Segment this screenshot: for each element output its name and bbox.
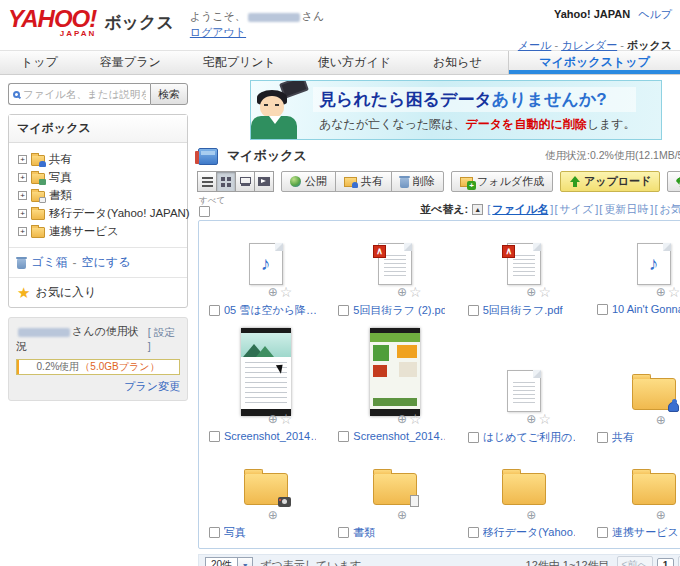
expand-plus-icon[interactable]: + (18, 209, 27, 218)
grid-view-button[interactable] (216, 171, 236, 192)
file-name[interactable]: 5回目街ラフ (2).pdf (353, 303, 445, 318)
tree-label[interactable]: 共有 (49, 152, 72, 167)
favorite-star-icon[interactable]: ☆ (280, 412, 293, 426)
search-button[interactable]: 検索 (150, 83, 188, 105)
plan-change-link[interactable]: プラン変更 (124, 380, 180, 392)
tree-label[interactable]: 移行データ(Yahoo! JAPAN) (49, 206, 190, 221)
file-name[interactable]: Screenshot_2014… (353, 430, 445, 442)
favorite-star-icon[interactable]: ☆ (409, 412, 422, 426)
folder-checkbox[interactable] (597, 432, 608, 443)
nav-item-guide[interactable]: 使い方ガイド (297, 51, 412, 74)
file-name[interactable]: 05 雪は空から降… (224, 303, 316, 318)
nav-item-news[interactable]: お知らせ (412, 51, 503, 74)
logout-link[interactable]: ログアウト (190, 26, 246, 38)
delete-button[interactable]: 削除 (391, 171, 444, 192)
thumbnail-view-button[interactable] (235, 171, 255, 192)
create-folder-button[interactable]: フォルダ作成 (451, 171, 553, 192)
sort-option-label[interactable]: サイズ (559, 203, 593, 215)
tree-item-shared[interactable]: + 共有 (18, 150, 183, 168)
upload-button[interactable]: アップロード (560, 171, 660, 192)
tree-label[interactable]: 写真 (49, 170, 72, 185)
calendar-link[interactable]: カレンダー (561, 39, 617, 51)
folder-name[interactable]: 書類 (353, 525, 375, 540)
folder-name[interactable]: 写真 (224, 525, 246, 540)
help-link[interactable]: ヘルプ (638, 8, 672, 20)
expand-plus-icon[interactable]: + (18, 173, 27, 182)
folder-checkbox[interactable] (597, 527, 608, 538)
sort-by-filename[interactable]: [ファイル名] (487, 202, 553, 217)
tree-item-services[interactable]: + 連携サービス (18, 222, 183, 240)
tree-label[interactable]: 書類 (49, 188, 72, 203)
search-input[interactable] (23, 88, 146, 100)
ad-banner[interactable]: 見られたら困るデータありませんか? あなたが亡くなった際は、データを自動的に削除… (250, 80, 662, 140)
sort-by-size[interactable]: [サイズ] (554, 202, 598, 217)
sort-by-favorite[interactable]: [お気に入り] (654, 202, 680, 217)
favorite-star-icon[interactable]: ☆ (538, 412, 551, 426)
shared-folder-icon[interactable] (632, 378, 676, 410)
pdf-file-icon[interactable]: ∧ (507, 243, 541, 285)
tab-mybox-top[interactable]: マイボックストップ (508, 51, 680, 74)
favorites-row[interactable]: ★ お気に入り (9, 278, 187, 307)
sort-option-label[interactable]: 更新日時 (604, 203, 648, 215)
usage-settings-link[interactable]: [ 設定 ] (148, 326, 180, 352)
music-file-icon[interactable]: ♪ (249, 243, 283, 285)
favorite-star-icon[interactable]: ☆ (538, 285, 551, 299)
file-checkbox[interactable] (209, 431, 220, 442)
folder-icon[interactable] (502, 473, 546, 505)
file-checkbox[interactable] (209, 305, 220, 316)
file-name[interactable]: 5回目街ラフ.pdf (483, 303, 563, 318)
expand-plus-icon[interactable]: + (18, 155, 27, 164)
folder-name[interactable]: 連携サービス (612, 525, 679, 540)
per-page-value[interactable]: 20件 (205, 557, 238, 566)
pdf-file-icon[interactable]: ∧ (378, 243, 412, 285)
text-file-icon[interactable] (507, 370, 541, 412)
file-checkbox[interactable] (338, 431, 349, 442)
doc-folder-icon[interactable] (373, 473, 417, 505)
empty-trash-link[interactable]: 空にする (82, 254, 131, 271)
file-name[interactable]: Screenshot_2014… (224, 430, 316, 442)
favorite-star-icon[interactable]: ☆ (409, 285, 422, 299)
media-view-button[interactable] (254, 171, 274, 192)
folder-name[interactable]: 共有 (612, 430, 634, 445)
file-checkbox[interactable] (338, 305, 349, 316)
favorites-label[interactable]: お気に入り (35, 284, 96, 301)
screenshot-thumbnail[interactable] (370, 328, 420, 416)
file-name[interactable]: はじめてご利用の… (483, 430, 575, 445)
favorite-star-icon[interactable]: ☆ (280, 285, 293, 299)
nav-item-top[interactable]: トップ (0, 51, 79, 74)
mail-link[interactable]: メール (518, 39, 552, 51)
nav-item-plan[interactable]: 容量プラン (79, 51, 182, 74)
sort-by-date[interactable]: [更新日時] (599, 202, 653, 217)
file-checkbox[interactable] (597, 304, 608, 315)
tree-label[interactable]: 連携サービス (49, 224, 119, 239)
tree-item-documents[interactable]: + 書類 (18, 186, 183, 204)
dropdown-arrow-icon[interactable]: ▼ (238, 557, 253, 566)
trash-link[interactable]: ゴミ箱 (31, 254, 68, 271)
screenshot-thumbnail[interactable] (241, 328, 291, 416)
folder-checkbox[interactable] (338, 527, 349, 538)
yahoo-japan-logo[interactable]: YAHOO! JAPAN (8, 7, 96, 38)
folder-icon[interactable] (632, 473, 676, 505)
photo-folder-icon[interactable] (244, 473, 288, 505)
sort-ascending-icon[interactable]: ▲ (472, 204, 483, 215)
folder-checkbox[interactable] (209, 527, 220, 538)
file-name[interactable]: 10 Ain't Gonna Cr… (612, 303, 680, 315)
list-view-button[interactable] (197, 171, 217, 192)
share-button[interactable]: 共有 (335, 171, 392, 192)
file-checkbox[interactable] (468, 432, 479, 443)
tree-item-photos[interactable]: + 写真 (18, 168, 183, 186)
folder-name[interactable]: 移行データ(Yahoo… (483, 525, 575, 540)
file-checkbox[interactable] (468, 305, 479, 316)
refresh-button[interactable]: 更新 (667, 171, 680, 192)
folder-checkbox[interactable] (468, 527, 479, 538)
publish-button[interactable]: 公開 (281, 171, 336, 192)
nav-item-print[interactable]: 宅配プリント (182, 51, 297, 74)
expand-plus-icon[interactable]: + (18, 191, 27, 200)
sort-option-label[interactable]: お気に入り (659, 203, 680, 215)
favorite-star-icon[interactable]: ☆ (668, 285, 680, 299)
prev-page-button[interactable]: <前へ (617, 556, 653, 566)
tree-item-migration[interactable]: + 移行データ(Yahoo! JAPAN) (18, 204, 183, 222)
music-file-icon[interactable]: ♪ (637, 243, 671, 285)
expand-plus-icon[interactable]: + (18, 227, 27, 236)
select-all-checkbox[interactable] (199, 206, 210, 217)
